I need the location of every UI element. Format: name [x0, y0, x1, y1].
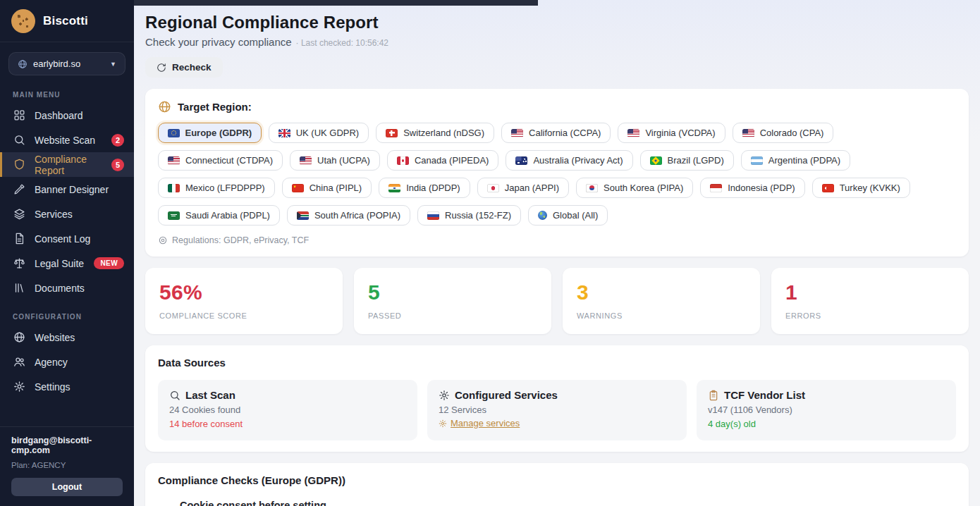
- file-icon: [13, 233, 25, 245]
- region-button-utah-ucpa[interactable]: Utah (UCPA): [290, 150, 380, 171]
- region-label: Global (All): [553, 211, 598, 220]
- checks-list: Cookie consent before setting14 Cookie(s…: [158, 489, 956, 506]
- users-icon: [13, 356, 25, 369]
- region-button-australia-privacy-act[interactable]: Australia (Privacy Act): [506, 150, 632, 171]
- main-content: Regional Compliance Report Check your pr…: [134, 0, 980, 506]
- flag-ru-icon: [427, 211, 439, 220]
- region-button-saudi-arabia-pdpl[interactable]: Saudi Arabia (PDPL): [158, 205, 280, 226]
- sidebar-item-dashboard[interactable]: Dashboard: [0, 103, 134, 128]
- region-label: South Korea (PIPA): [604, 183, 683, 192]
- sidebar-item-label: Banner Designer: [35, 184, 124, 195]
- region-label: South Africa (POPIA): [314, 211, 400, 220]
- region-button-california-ccpa[interactable]: California (CCPA): [501, 123, 611, 143]
- region-button-europe-gdpr[interactable]: Europe (GDPR): [158, 123, 262, 143]
- region-button-virginia-vcdpa[interactable]: Virginia (VCDPA): [618, 123, 725, 143]
- website-selector[interactable]: earlybird.so ▼: [8, 52, 125, 75]
- sidebar-item-compliance-report[interactable]: Compliance Report5: [0, 152, 134, 177]
- region-button-india-dpdp[interactable]: India (DPDP): [379, 178, 470, 198]
- region-label: Colorado (CPA): [760, 128, 824, 137]
- plan-label: Plan: AGENCY: [11, 461, 123, 469]
- sidebar-item-settings[interactable]: Settings: [0, 374, 134, 399]
- globe-icon: [158, 100, 171, 113]
- recheck-button[interactable]: Recheck: [145, 57, 223, 78]
- region-button-turkey-kvkk[interactable]: Turkey (KVKK): [812, 178, 910, 198]
- data-source-title: Last Scan: [169, 389, 406, 401]
- target-region-card: Target Region: Europe (GDPR)UK (UK GDPR)…: [145, 89, 969, 257]
- region-button-colorado-cpa[interactable]: Colorado (CPA): [733, 123, 834, 143]
- cookie-logo-icon: [11, 9, 35, 33]
- new-badge: NEW: [94, 257, 124, 269]
- sidebar-item-website-scan[interactable]: Website Scan2: [0, 128, 134, 152]
- sidebar-item-label: Compliance Report: [35, 154, 102, 176]
- region-button-switzerland-ndsg[interactable]: Switzerland (nDSG): [376, 123, 494, 143]
- compliance-checks-title: Compliance Checks (Europe (GDPR)): [158, 474, 956, 486]
- region-label: Utah (UCPA): [317, 156, 370, 165]
- check-title: Cookie consent before setting: [180, 500, 909, 506]
- stat-value: 5: [368, 280, 537, 304]
- sidebar-item-legal-suite[interactable]: Legal SuiteNEW: [0, 251, 134, 276]
- stats-row: 56%COMPLIANCE SCORE5PASSED3WARNINGS1ERRO…: [145, 268, 969, 334]
- sidebar-item-label: Settings: [35, 381, 124, 393]
- region-label: Indonesia (PDP): [728, 183, 795, 192]
- region-button-indonesia-pdp[interactable]: Indonesia (PDP): [700, 178, 804, 198]
- flag-sa-icon: [168, 211, 180, 220]
- page-title: Regional Compliance Report: [145, 13, 969, 32]
- flag-za-icon: [297, 211, 309, 220]
- region-button-canada-pipeda[interactable]: Canada (PIPEDA): [387, 150, 499, 171]
- region-button-mexico-lfpdppp[interactable]: Mexico (LFPDPPP): [158, 178, 275, 198]
- flag-id-icon: [710, 184, 722, 192]
- sidebar-item-services[interactable]: Services: [0, 202, 134, 226]
- compliance-checks-card: Compliance Checks (Europe (GDPR)) Cookie…: [145, 463, 969, 506]
- logout-button[interactable]: Logout: [11, 478, 123, 496]
- region-button-brazil-lgpd[interactable]: Brazil (LGPD): [640, 150, 734, 171]
- region-list: Europe (GDPR)UK (UK GDPR)Switzerland (nD…: [158, 123, 956, 226]
- region-button-south-korea-pipa[interactable]: South Korea (PIPA): [576, 178, 693, 198]
- region-button-japan-appi[interactable]: Japan (APPI): [477, 178, 569, 198]
- region-label: Switzerland (nDSG): [403, 128, 484, 137]
- region-button-argentina-pdpa[interactable]: Argentina (PDPA): [741, 150, 850, 171]
- selected-website: earlybird.so: [33, 58, 80, 69]
- region-label: Virginia (VCDPA): [645, 128, 715, 137]
- sidebar-item-agency[interactable]: Agency: [0, 350, 134, 374]
- gear-icon: [439, 419, 447, 428]
- last-checked-text: · Last checked: 10:56:42: [296, 38, 388, 48]
- region-button-russia-152-fz[interactable]: Russia (152-FZ): [417, 205, 521, 226]
- flag-ch-icon: [386, 129, 398, 137]
- sidebar-item-websites[interactable]: Websites: [0, 325, 134, 350]
- sidebar-item-banner-designer[interactable]: Banner Designer: [0, 177, 134, 202]
- region-button-south-africa-popia[interactable]: South Africa (POPIA): [287, 205, 410, 226]
- region-label: Japan (APPI): [505, 183, 559, 192]
- manage-services-link[interactable]: Manage services: [439, 418, 520, 428]
- regulations-row: Regulations: GDPR, ePrivacy, TCF: [158, 235, 956, 245]
- flag-eu-icon: [168, 129, 180, 137]
- globe-icon: [18, 59, 27, 69]
- target-region-header: Target Region:: [158, 100, 956, 113]
- data-source-line: v147 (1106 Vendors): [708, 405, 945, 415]
- region-label: Brazil (LGPD): [668, 156, 724, 165]
- gear-icon: [439, 390, 450, 401]
- sidebar-item-documents[interactable]: Documents: [0, 276, 134, 300]
- flag-us-icon: [511, 129, 523, 137]
- region-label: Russia (152-FZ): [445, 211, 511, 220]
- flag-us-icon: [168, 156, 180, 165]
- count-badge: 2: [111, 134, 124, 147]
- flag-mx-icon: [168, 184, 180, 192]
- region-label: Mexico (LFPDPPP): [185, 183, 265, 192]
- clipboard-icon: [708, 390, 719, 401]
- region-button-china-pipl[interactable]: China (PIPL): [282, 178, 372, 198]
- sidebar-item-consent-log[interactable]: Consent Log: [0, 226, 134, 251]
- flag-us-icon: [300, 156, 312, 165]
- brand-row: Biscotti: [0, 0, 134, 42]
- stat-label: ERRORS: [785, 311, 955, 320]
- region-button-global-all[interactable]: Global (All): [528, 205, 608, 226]
- region-button-uk-uk-gdpr[interactable]: UK (UK GDPR): [269, 123, 369, 143]
- flag-tr-icon: [822, 184, 834, 192]
- magnifier-icon: [169, 390, 180, 401]
- region-label: UK (UK GDPR): [296, 128, 360, 137]
- region-button-connecticut-ctdpa[interactable]: Connecticut (CTDPA): [158, 150, 283, 171]
- stat-card-errors: 1ERRORS: [771, 268, 969, 334]
- data-sources-title: Data Sources: [158, 357, 956, 369]
- recheck-label: Recheck: [172, 62, 212, 73]
- data-source-line: 14 before consent: [169, 419, 406, 429]
- region-label: India (DPDP): [406, 183, 460, 192]
